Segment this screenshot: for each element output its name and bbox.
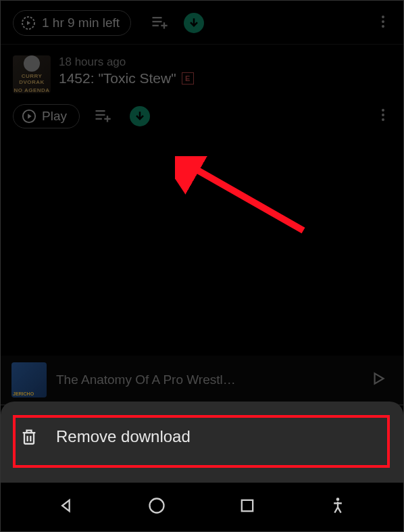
nav-recents-button[interactable] bbox=[238, 496, 257, 518]
svg-rect-19 bbox=[24, 433, 34, 443]
episode-top-actions: 1 hr 9 min left bbox=[1, 1, 403, 44]
svg-rect-5 bbox=[161, 25, 167, 26]
svg-rect-11 bbox=[95, 114, 105, 116]
annotation-arrow bbox=[175, 156, 317, 244]
artwork-bottom-text: NO AGENDA bbox=[14, 87, 49, 93]
svg-point-16 bbox=[382, 114, 384, 116]
now-playing-artwork bbox=[11, 362, 47, 397]
trash-icon bbox=[20, 427, 39, 446]
more-menu-button[interactable] bbox=[375, 14, 391, 32]
more-menu-button-2[interactable] bbox=[375, 107, 391, 126]
svg-rect-21 bbox=[242, 500, 253, 511]
now-playing-play-button[interactable] bbox=[364, 370, 393, 390]
svg-rect-12 bbox=[95, 118, 101, 120]
more-vertical-icon bbox=[375, 107, 391, 123]
svg-point-6 bbox=[382, 16, 384, 18]
episode-title: 1452: "Toxic Stew" bbox=[59, 70, 176, 87]
system-nav-bar bbox=[1, 483, 403, 531]
bottom-sheet: Remove download bbox=[1, 402, 403, 483]
remove-download-label: Remove download bbox=[56, 427, 191, 446]
play-circle-icon bbox=[22, 109, 36, 124]
divider bbox=[1, 44, 403, 45]
nav-accessibility-button[interactable] bbox=[328, 496, 347, 518]
now-playing-title: The Anatomy Of A Pro Wrestl… bbox=[56, 372, 355, 387]
nav-home-button[interactable] bbox=[147, 496, 166, 518]
episode-info[interactable]: CURRY DVORAK NO AGENDA 18 hours ago 1452… bbox=[1, 50, 403, 96]
now-playing-bar[interactable]: The Anatomy Of A Pro Wrestl… bbox=[1, 356, 403, 404]
downloaded-badge[interactable] bbox=[184, 13, 204, 33]
svg-point-20 bbox=[150, 499, 164, 513]
playlist-add-icon bbox=[150, 12, 169, 31]
svg-rect-2 bbox=[153, 21, 162, 22]
episode-actions: Play bbox=[1, 96, 403, 137]
episode-artwork: CURRY DVORAK NO AGENDA bbox=[13, 55, 51, 93]
more-vertical-icon bbox=[375, 14, 391, 30]
episode-timestamp: 18 hours ago bbox=[59, 55, 391, 69]
svg-line-18 bbox=[187, 164, 303, 231]
svg-rect-1 bbox=[153, 17, 162, 18]
back-triangle-icon bbox=[57, 496, 76, 515]
play-progress-icon bbox=[20, 15, 36, 31]
resume-time-pill[interactable]: 1 hr 9 min left bbox=[13, 10, 131, 36]
downloaded-badge-2[interactable] bbox=[130, 106, 150, 126]
play-icon bbox=[370, 370, 387, 387]
square-icon bbox=[238, 496, 257, 515]
svg-point-8 bbox=[382, 25, 384, 28]
play-label: Play bbox=[42, 109, 67, 124]
svg-point-7 bbox=[382, 20, 384, 23]
play-button[interactable]: Play bbox=[13, 104, 80, 128]
svg-rect-10 bbox=[95, 110, 105, 112]
explicit-badge: E bbox=[182, 72, 194, 84]
add-to-queue-button-2[interactable] bbox=[93, 105, 112, 127]
episode-title-row: 1452: "Toxic Stew" E bbox=[59, 70, 391, 87]
accessibility-icon bbox=[328, 496, 347, 515]
remove-download-item[interactable]: Remove download bbox=[1, 420, 403, 453]
circle-icon bbox=[147, 496, 166, 515]
svg-point-17 bbox=[382, 118, 384, 121]
artwork-top-text: CURRY DVORAK bbox=[13, 73, 51, 85]
nav-back-button[interactable] bbox=[57, 496, 76, 518]
svg-point-22 bbox=[336, 498, 340, 501]
time-left-label: 1 hr 9 min left bbox=[42, 16, 120, 30]
playlist-add-icon bbox=[93, 105, 112, 124]
download-arrow-icon bbox=[133, 110, 147, 123]
svg-rect-3 bbox=[153, 25, 159, 26]
download-arrow-icon bbox=[187, 16, 201, 30]
svg-point-15 bbox=[382, 109, 384, 112]
add-to-queue-button[interactable] bbox=[150, 12, 169, 34]
svg-rect-14 bbox=[104, 118, 110, 120]
